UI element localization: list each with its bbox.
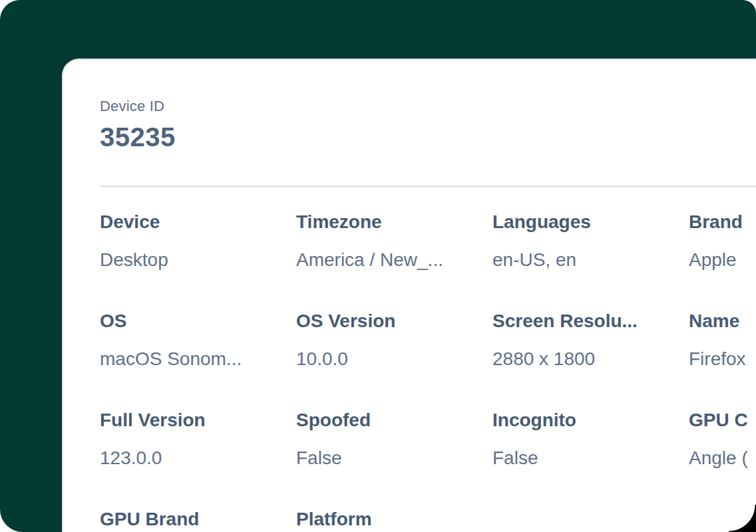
device-fields-grid: DeviceDesktopTimezoneAmerica / New_...La… bbox=[100, 209, 756, 532]
field-label: Timezone bbox=[296, 209, 492, 235]
field-value: Firefox bbox=[689, 346, 756, 372]
field-cell: Screen Resolu...2880 x 1800 bbox=[492, 309, 689, 372]
field-value: 2880 x 1800 bbox=[492, 346, 689, 372]
field-cell: IncognitoFalse bbox=[492, 408, 689, 471]
device-id-value: 35235 bbox=[100, 120, 756, 154]
field-label: Full Version bbox=[100, 408, 296, 433]
field-cell: OSmacOS Sonom... bbox=[100, 309, 296, 372]
device-id-label: Device ID bbox=[100, 97, 756, 116]
field-cell: BrandApple bbox=[689, 209, 756, 273]
field-cell: SpoofedFalse bbox=[296, 408, 492, 471]
field-cell: NameFirefox bbox=[689, 309, 756, 372]
field-cell: GPU CAngle ( bbox=[689, 408, 756, 471]
field-cell: Languagesen-US, en bbox=[492, 209, 689, 273]
field-cell: Platform bbox=[296, 507, 492, 532]
field-label: Languages bbox=[492, 209, 689, 235]
field-value: macOS Sonom... bbox=[100, 346, 296, 372]
field-label: Incognito bbox=[492, 408, 689, 433]
field-label: OS bbox=[100, 309, 296, 334]
field-label: Brand bbox=[689, 209, 756, 235]
field-label: Name bbox=[689, 309, 756, 334]
field-cell: TimezoneAmerica / New_... bbox=[296, 209, 492, 273]
field-cell: GPU Brand bbox=[100, 507, 296, 532]
field-value: 123.0.0 bbox=[100, 446, 296, 471]
field-cell: OS Version10.0.0 bbox=[296, 309, 492, 372]
field-value: False bbox=[296, 446, 492, 471]
field-value: Angle ( bbox=[689, 446, 756, 471]
field-cell: DeviceDesktop bbox=[100, 209, 296, 273]
field-label: GPU C bbox=[689, 408, 756, 433]
field-label: Screen Resolu... bbox=[492, 309, 689, 334]
field-cell: Full Version123.0.0 bbox=[100, 408, 296, 471]
field-value: False bbox=[492, 446, 689, 471]
field-label: GPU Brand bbox=[100, 507, 296, 532]
device-profile-card-content: Device ID 35235 DeviceDesktopTimezoneAme… bbox=[63, 60, 756, 532]
field-label: Device bbox=[100, 209, 296, 235]
device-profile-card: Device ID 35235 DeviceDesktopTimezoneAme… bbox=[62, 59, 756, 532]
field-value: 10.0.0 bbox=[296, 346, 492, 372]
divider bbox=[100, 186, 756, 187]
field-value: Desktop bbox=[100, 247, 296, 273]
field-value: Apple bbox=[689, 247, 756, 273]
app-background-panel: Device ID 35235 DeviceDesktopTimezoneAme… bbox=[0, 0, 756, 532]
field-label: OS Version bbox=[296, 309, 492, 334]
field-label: Spoofed bbox=[296, 408, 492, 433]
field-label: Platform bbox=[296, 507, 492, 532]
field-value: en-US, en bbox=[492, 247, 689, 273]
field-value: America / New_... bbox=[296, 247, 492, 273]
